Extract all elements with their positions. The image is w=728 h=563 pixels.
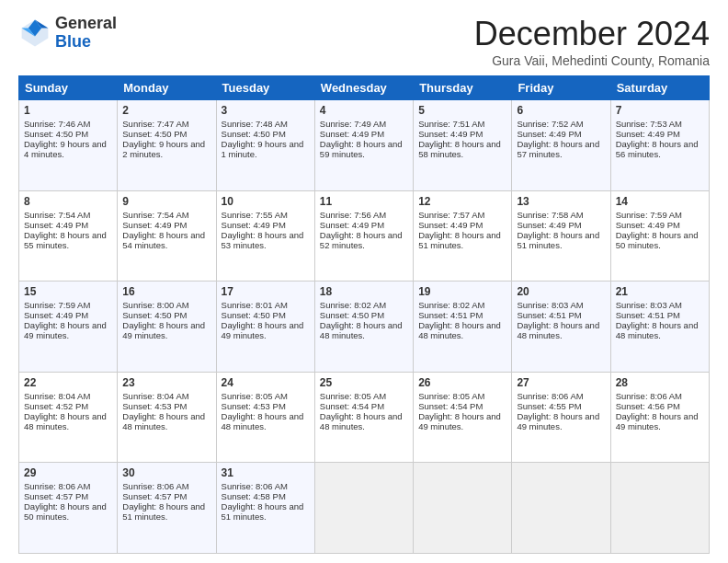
day-number: 2 (122, 104, 210, 117)
daylight-text: Daylight: 8 hours and 55 minutes. (24, 230, 107, 250)
daylight-text: Daylight: 8 hours and 49 minutes. (616, 411, 699, 431)
day-number: 13 (517, 195, 605, 208)
daylight-text: Daylight: 8 hours and 48 minutes. (320, 411, 403, 431)
sunset-text: Sunset: 4:53 PM (222, 401, 286, 411)
calendar-week-3: 15Sunrise: 7:59 AMSunset: 4:49 PMDayligh… (19, 282, 710, 373)
calendar-cell: 3Sunrise: 7:48 AMSunset: 4:50 PMDaylight… (216, 100, 314, 191)
calendar-cell: 6Sunrise: 7:52 AMSunset: 4:49 PMDaylight… (512, 100, 610, 191)
sunrise-text: Sunrise: 8:05 AM (222, 391, 288, 401)
weekday-row: SundayMondayTuesdayWednesdayThursdayFrid… (19, 76, 710, 100)
sunset-text: Sunset: 4:49 PM (222, 220, 286, 230)
day-number: 29 (24, 466, 112, 479)
day-number: 3 (222, 104, 310, 117)
calendar-cell: 4Sunrise: 7:49 AMSunset: 4:49 PMDaylight… (314, 100, 413, 191)
day-number: 4 (320, 104, 408, 117)
daylight-text: Daylight: 8 hours and 50 minutes. (24, 501, 107, 522)
sunset-text: Sunset: 4:51 PM (517, 310, 581, 320)
calendar-cell: 1Sunrise: 7:46 AMSunset: 4:50 PMDaylight… (19, 100, 118, 191)
daylight-text: Daylight: 8 hours and 49 minutes. (24, 320, 107, 340)
weekday-monday: Monday (118, 76, 216, 100)
sunrise-text: Sunrise: 8:05 AM (418, 391, 484, 401)
calendar-cell: 18Sunrise: 8:02 AMSunset: 4:50 PMDayligh… (314, 282, 413, 373)
day-number: 27 (517, 376, 605, 389)
sunset-text: Sunset: 4:55 PM (517, 401, 581, 411)
sunset-text: Sunset: 4:49 PM (616, 129, 680, 139)
calendar-header: SundayMondayTuesdayWednesdayThursdayFrid… (19, 76, 710, 100)
daylight-text: Daylight: 8 hours and 49 minutes. (418, 411, 501, 431)
sunset-text: Sunset: 4:54 PM (418, 401, 483, 411)
sunrise-text: Sunrise: 7:49 AM (320, 119, 386, 129)
daylight-text: Daylight: 8 hours and 48 minutes. (320, 320, 403, 340)
calendar-cell: 25Sunrise: 8:05 AMSunset: 4:54 PMDayligh… (314, 372, 413, 463)
sunrise-text: Sunrise: 8:06 AM (122, 481, 188, 491)
sunrise-text: Sunrise: 7:57 AM (418, 210, 484, 220)
weekday-thursday: Thursday (414, 76, 512, 100)
calendar: SundayMondayTuesdayWednesdayThursdayFrid… (18, 75, 710, 554)
day-number: 28 (616, 376, 704, 389)
calendar-cell: 14Sunrise: 7:59 AMSunset: 4:49 PMDayligh… (610, 190, 709, 282)
calendar-cell: 26Sunrise: 8:05 AMSunset: 4:54 PMDayligh… (414, 372, 512, 463)
daylight-text: Daylight: 9 hours and 4 minutes. (24, 139, 107, 159)
day-number: 26 (418, 376, 506, 389)
daylight-text: Daylight: 8 hours and 48 minutes. (616, 320, 699, 340)
daylight-text: Daylight: 8 hours and 48 minutes. (517, 320, 599, 340)
daylight-text: Daylight: 8 hours and 54 minutes. (122, 230, 205, 250)
weekday-saturday: Saturday (610, 76, 709, 100)
day-number: 9 (122, 195, 210, 208)
day-number: 17 (222, 285, 310, 298)
day-number: 25 (320, 376, 408, 389)
calendar-cell: 17Sunrise: 8:01 AMSunset: 4:50 PMDayligh… (216, 282, 314, 373)
sunrise-text: Sunrise: 8:02 AM (320, 300, 386, 310)
calendar-week-5: 29Sunrise: 8:06 AMSunset: 4:57 PMDayligh… (19, 463, 710, 554)
month-title: December 2024 (474, 15, 710, 53)
daylight-text: Daylight: 8 hours and 48 minutes. (24, 411, 107, 431)
sunset-text: Sunset: 4:57 PM (122, 491, 187, 501)
subtitle: Gura Vaii, Mehedinti County, Romania (474, 53, 710, 68)
sunset-text: Sunset: 4:49 PM (418, 129, 483, 139)
calendar-cell: 8Sunrise: 7:54 AMSunset: 4:49 PMDaylight… (19, 190, 118, 282)
sunrise-text: Sunrise: 8:06 AM (616, 391, 682, 401)
calendar-cell (512, 463, 610, 554)
calendar-cell: 5Sunrise: 7:51 AMSunset: 4:49 PMDaylight… (414, 100, 512, 191)
calendar-cell: 7Sunrise: 7:53 AMSunset: 4:49 PMDaylight… (610, 100, 709, 191)
daylight-text: Daylight: 8 hours and 49 minutes. (517, 411, 599, 431)
calendar-week-1: 1Sunrise: 7:46 AMSunset: 4:50 PMDaylight… (19, 100, 710, 191)
day-number: 21 (616, 285, 704, 298)
sunrise-text: Sunrise: 7:54 AM (122, 210, 188, 220)
calendar-cell: 11Sunrise: 7:56 AMSunset: 4:49 PMDayligh… (314, 190, 413, 282)
sunset-text: Sunset: 4:49 PM (517, 129, 581, 139)
daylight-text: Daylight: 8 hours and 56 minutes. (616, 139, 699, 159)
sunset-text: Sunset: 4:49 PM (616, 220, 680, 230)
sunset-text: Sunset: 4:50 PM (24, 129, 88, 139)
calendar-cell: 12Sunrise: 7:57 AMSunset: 4:49 PMDayligh… (414, 190, 512, 282)
sunset-text: Sunset: 4:52 PM (24, 401, 88, 411)
sunset-text: Sunset: 4:49 PM (24, 220, 88, 230)
sunset-text: Sunset: 4:50 PM (222, 310, 286, 320)
daylight-text: Daylight: 8 hours and 53 minutes. (222, 230, 304, 250)
sunset-text: Sunset: 4:49 PM (320, 129, 384, 139)
sunrise-text: Sunrise: 7:52 AM (517, 119, 583, 129)
sunrise-text: Sunrise: 7:47 AM (122, 119, 188, 129)
sunrise-text: Sunrise: 8:04 AM (122, 391, 188, 401)
day-number: 11 (320, 195, 408, 208)
sunset-text: Sunset: 4:49 PM (122, 220, 187, 230)
sunset-text: Sunset: 4:57 PM (24, 491, 88, 501)
calendar-cell: 24Sunrise: 8:05 AMSunset: 4:53 PMDayligh… (216, 372, 314, 463)
sunrise-text: Sunrise: 8:00 AM (122, 300, 188, 310)
header: General Blue December 2024 Gura Vaii, Me… (18, 15, 710, 68)
daylight-text: Daylight: 8 hours and 49 minutes. (122, 320, 205, 340)
weekday-tuesday: Tuesday (216, 76, 314, 100)
sunrise-text: Sunrise: 7:55 AM (222, 210, 288, 220)
calendar-cell: 10Sunrise: 7:55 AMSunset: 4:49 PMDayligh… (216, 190, 314, 282)
sunrise-text: Sunrise: 7:59 AM (24, 300, 90, 310)
sunrise-text: Sunrise: 8:02 AM (418, 300, 484, 310)
calendar-cell: 9Sunrise: 7:54 AMSunset: 4:49 PMDaylight… (118, 190, 216, 282)
day-number: 18 (320, 285, 408, 298)
day-number: 5 (418, 104, 506, 117)
day-number: 30 (122, 466, 210, 479)
calendar-cell: 23Sunrise: 8:04 AMSunset: 4:53 PMDayligh… (118, 372, 216, 463)
calendar-cell: 29Sunrise: 8:06 AMSunset: 4:57 PMDayligh… (19, 463, 118, 554)
daylight-text: Daylight: 8 hours and 58 minutes. (418, 139, 501, 159)
daylight-text: Daylight: 8 hours and 51 minutes. (418, 230, 501, 250)
sunset-text: Sunset: 4:58 PM (222, 491, 286, 501)
